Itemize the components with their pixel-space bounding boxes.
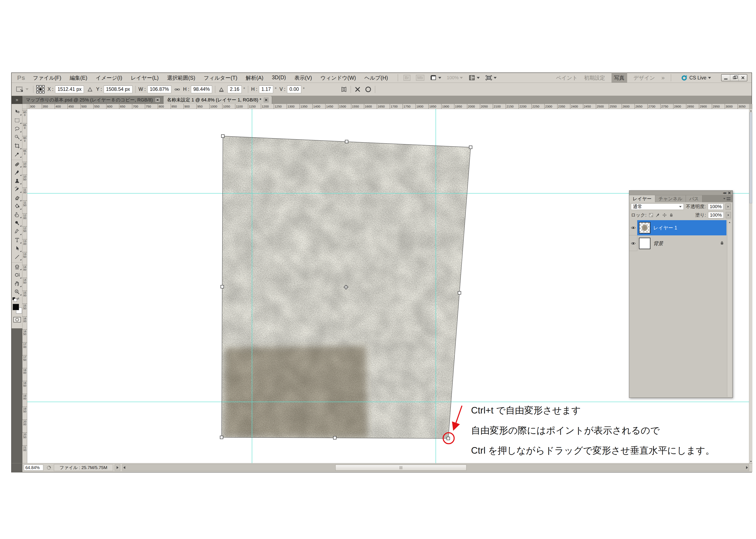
minimize-button[interactable] bbox=[722, 75, 730, 81]
tools-panel-collapse-button[interactable]: » bbox=[12, 96, 22, 104]
tool-zoom[interactable] bbox=[12, 288, 22, 296]
tool-crop[interactable] bbox=[12, 142, 22, 150]
blend-mode-dropdown[interactable]: 通常 bbox=[631, 203, 684, 210]
relative-positioning-toggle[interactable] bbox=[87, 86, 93, 93]
menu-item[interactable]: ファイル(F) bbox=[33, 74, 61, 81]
menu-item[interactable]: フィルター(T) bbox=[204, 74, 237, 81]
tab-channels[interactable]: チャンネル bbox=[655, 195, 686, 202]
layer-visibility-toggle[interactable] bbox=[629, 236, 637, 251]
opacity-slider-button[interactable] bbox=[725, 203, 731, 210]
vertical-ruler[interactable]: 8008509009501000105011001150120012501300… bbox=[22, 109, 27, 463]
horizontal-scroll-thumb[interactable] bbox=[335, 465, 466, 471]
tool-eraser[interactable] bbox=[12, 193, 22, 202]
lock-transparent-pixels-icon[interactable] bbox=[649, 213, 653, 217]
tool-history-brush[interactable] bbox=[12, 185, 22, 193]
horizontal-ruler[interactable]: 3003504004505005506006507007508008509009… bbox=[27, 104, 749, 109]
close-panel-icon[interactable] bbox=[728, 192, 731, 194]
tool-type[interactable] bbox=[12, 236, 22, 244]
tool-eyedropper[interactable] bbox=[12, 150, 22, 158]
workspace-essentials[interactable]: 初期設定 bbox=[584, 74, 605, 81]
cancel-transform-button[interactable] bbox=[354, 86, 362, 93]
panel-menu-button[interactable] bbox=[723, 195, 732, 202]
close-tab-icon[interactable] bbox=[155, 98, 160, 102]
opacity-input[interactable]: 100% bbox=[708, 203, 723, 210]
menu-item[interactable]: 表示(V) bbox=[295, 74, 312, 81]
menu-item[interactable]: 解析(A) bbox=[246, 74, 263, 81]
tool-gradient[interactable] bbox=[12, 202, 22, 210]
layers-scrollbar[interactable] bbox=[727, 220, 732, 397]
tool-hand[interactable] bbox=[12, 279, 22, 288]
height-input[interactable]: 98.44% bbox=[191, 86, 212, 93]
menu-item[interactable]: 3D(D) bbox=[272, 74, 286, 81]
arrange-documents-button[interactable] bbox=[468, 74, 480, 81]
horizontal-skew-input[interactable]: 1.17 bbox=[259, 86, 273, 93]
tool-path-selection[interactable] bbox=[12, 244, 22, 253]
ruler-origin-corner[interactable] bbox=[22, 104, 27, 109]
tool-clone-stamp[interactable] bbox=[12, 177, 22, 185]
reference-point-locator[interactable] bbox=[36, 85, 44, 93]
warp-mode-toggle[interactable] bbox=[340, 86, 348, 93]
scroll-left-icon[interactable] bbox=[123, 466, 125, 469]
tool-3d-rotate[interactable] bbox=[12, 263, 22, 271]
fill-input[interactable]: 100% bbox=[708, 212, 724, 218]
screen-mode-button[interactable] bbox=[485, 74, 497, 81]
foreground-color-swatch[interactable] bbox=[13, 304, 19, 310]
layer-row-background[interactable]: 背景 bbox=[629, 236, 726, 251]
vertical-skew-input[interactable]: 0.00 bbox=[287, 86, 301, 93]
lock-position-icon[interactable] bbox=[662, 213, 667, 217]
cs-live-button[interactable]: CS Live bbox=[681, 75, 711, 81]
tool-brush[interactable] bbox=[12, 168, 22, 177]
vertical-scroll-thumb[interactable] bbox=[749, 113, 752, 203]
tool-move[interactable] bbox=[12, 108, 22, 116]
menu-item[interactable]: レイヤー(L) bbox=[131, 74, 159, 81]
fill-slider-button[interactable] bbox=[726, 212, 731, 218]
menu-item[interactable]: イメージ(I) bbox=[96, 74, 122, 81]
tool-lasso[interactable] bbox=[12, 125, 22, 133]
scroll-right-icon[interactable] bbox=[746, 466, 748, 469]
document-tab-active[interactable]: 名称未設定 1 @ 64.8% (レイヤー 1, RGB/8) * bbox=[164, 96, 272, 104]
mini-bridge-button[interactable]: Mb bbox=[416, 75, 424, 81]
document-tab[interactable]: マップ作りの基本.psd @ 25% (レイヤー 8 のコピー, RGB/8) bbox=[22, 96, 164, 104]
zoom-level-dropdown[interactable]: 100% bbox=[447, 75, 463, 81]
menu-item[interactable]: ヘルプ(H) bbox=[364, 74, 388, 81]
layer-thumbnail[interactable] bbox=[639, 222, 651, 233]
width-input[interactable]: 106.87% bbox=[147, 86, 171, 93]
workspace-design[interactable]: デザイン bbox=[634, 74, 655, 81]
maintain-aspect-ratio-icon[interactable] bbox=[174, 86, 180, 92]
close-button[interactable] bbox=[738, 75, 747, 81]
tool-3d-orbit[interactable] bbox=[12, 271, 22, 279]
view-extras-button[interactable] bbox=[430, 74, 441, 81]
lock-image-pixels-icon[interactable] bbox=[655, 213, 660, 217]
menu-item[interactable]: 選択範囲(S) bbox=[167, 74, 195, 81]
workspace-paint[interactable]: ペイント bbox=[556, 74, 578, 81]
vertical-guide[interactable] bbox=[252, 109, 252, 463]
restore-button[interactable] bbox=[730, 75, 738, 81]
x-position-input[interactable]: 1512.41 px bbox=[55, 86, 84, 93]
workspace-overflow-button[interactable]: » bbox=[661, 74, 665, 81]
layer-thumbnail[interactable] bbox=[639, 238, 651, 249]
close-tab-icon[interactable] bbox=[264, 98, 268, 102]
vertical-scrollbar[interactable] bbox=[749, 109, 752, 463]
color-swatches[interactable] bbox=[13, 304, 22, 314]
tool-dodge[interactable] bbox=[12, 219, 22, 227]
status-flyout-button[interactable] bbox=[115, 464, 120, 471]
bridge-button[interactable]: Br bbox=[403, 75, 410, 81]
y-position-input[interactable]: 1508.54 px bbox=[104, 86, 132, 93]
quick-mask-button[interactable] bbox=[13, 317, 21, 322]
menu-item[interactable]: 編集(E) bbox=[70, 74, 87, 81]
vertical-guide[interactable] bbox=[436, 109, 436, 463]
rotate-input[interactable]: 2.16 bbox=[228, 86, 241, 93]
swap-colors-icon[interactable]: ⇄ bbox=[13, 297, 19, 300]
workspace-photography[interactable]: 写真 bbox=[611, 73, 627, 83]
tool-preset-picker[interactable] bbox=[14, 85, 30, 94]
tool-line[interactable] bbox=[12, 253, 22, 261]
menu-item[interactable]: ウィンドウ(W) bbox=[320, 74, 356, 81]
tool-smudge[interactable] bbox=[12, 210, 22, 219]
tool-rectangular-marquee[interactable] bbox=[12, 116, 22, 125]
tool-quick-selection[interactable] bbox=[12, 133, 22, 142]
scroll-down-icon[interactable] bbox=[749, 460, 752, 463]
tab-paths[interactable]: パス bbox=[686, 195, 702, 202]
collapse-to-icons-button[interactable]: ◀◀ bbox=[723, 192, 726, 194]
layer-row-layer1[interactable]: レイヤー 1 bbox=[629, 220, 726, 235]
commit-transform-button[interactable] bbox=[364, 86, 372, 93]
